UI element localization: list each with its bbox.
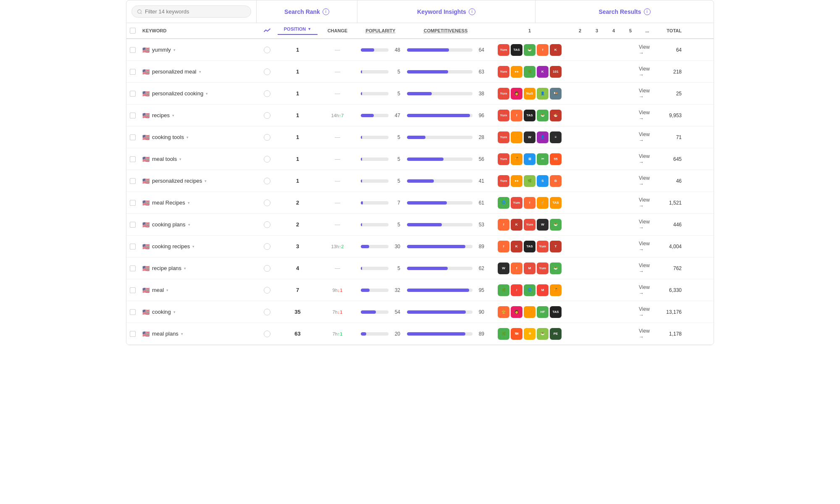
view-link[interactable]: View → <box>639 197 656 209</box>
radio-cell[interactable] <box>257 156 278 163</box>
keyword-cell: 🇺🇸 cooking plans ▾ <box>139 221 257 228</box>
keyword-dropdown[interactable]: ▾ <box>206 92 208 96</box>
row-checkbox[interactable] <box>126 134 139 140</box>
keyword-dropdown[interactable]: ▾ <box>172 113 174 118</box>
radio-cell[interactable] <box>257 68 278 75</box>
position-col-header[interactable]: POSITION ▼ <box>278 26 318 35</box>
total-cell: 71 <box>656 134 685 140</box>
total-cell: 762 <box>656 265 685 271</box>
row-checkbox[interactable] <box>126 178 139 184</box>
row-checkbox[interactable] <box>126 331 139 337</box>
view-link[interactable]: View → <box>639 306 656 318</box>
keyword-name: meal tools <box>152 156 177 162</box>
keyword-dropdown[interactable]: ▾ <box>188 223 190 227</box>
competitiveness-cell: 28 <box>404 134 488 140</box>
radio-cell[interactable] <box>257 331 278 337</box>
select-all-checkbox[interactable] <box>126 28 139 34</box>
total-cell: 25 <box>656 91 685 97</box>
app-icon: Yum <box>498 175 509 187</box>
view-link[interactable]: View → <box>639 175 656 187</box>
filter-input[interactable] <box>145 8 246 15</box>
view-link[interactable]: View → <box>639 66 656 78</box>
position-cell: 35 <box>278 309 318 315</box>
radio-cell[interactable] <box>257 112 278 119</box>
col1-header: 1 <box>488 28 572 33</box>
view-link[interactable]: View → <box>639 284 656 296</box>
keyword-insights-info-icon[interactable]: i <box>469 8 475 15</box>
column-headers: KEYWORD POSITION ▼ CHANGE POPULARITY COM… <box>126 23 714 39</box>
keyword-dropdown[interactable]: ▾ <box>184 266 186 270</box>
view-link[interactable]: View → <box>639 44 656 56</box>
flag-icon: 🇺🇸 <box>142 112 150 119</box>
flag-icon: 🇺🇸 <box>142 178 150 184</box>
popularity-cell: 30 <box>357 244 404 249</box>
flag-icon: 🇺🇸 <box>142 243 150 250</box>
keyword-dropdown[interactable]: ▾ <box>188 201 190 205</box>
row-checkbox[interactable] <box>126 287 139 293</box>
view-link[interactable]: View → <box>639 88 656 100</box>
row-checkbox[interactable] <box>126 200 139 206</box>
search-results-info-icon[interactable]: i <box>644 8 651 15</box>
row-checkbox[interactable] <box>126 265 139 271</box>
view-link[interactable]: View → <box>639 328 656 340</box>
row-checkbox[interactable] <box>126 47 139 53</box>
total-col-header: TOTAL <box>656 28 685 33</box>
search-rank-info-icon[interactable]: i <box>323 8 329 15</box>
row-checkbox[interactable] <box>126 222 139 228</box>
position-cell: 1 <box>278 178 318 184</box>
row-checkbox[interactable] <box>126 91 139 97</box>
app-icon: 👩 <box>511 306 522 318</box>
app-icon: 🥗 <box>550 262 562 274</box>
flag-icon: 🇺🇸 <box>142 156 150 163</box>
flag-icon: 🇺🇸 <box>142 287 150 294</box>
radio-cell[interactable] <box>257 134 278 141</box>
app-icon: / <box>511 284 522 296</box>
keyword-dropdown[interactable]: ▾ <box>199 70 201 74</box>
radio-cell[interactable] <box>257 221 278 228</box>
keyword-dropdown[interactable]: ▾ <box>173 310 176 314</box>
position-cell: 1 <box>278 134 318 140</box>
view-link[interactable]: View → <box>639 110 656 121</box>
radio-cell[interactable] <box>257 47 278 53</box>
view-link[interactable]: View → <box>639 131 656 143</box>
keyword-dropdown[interactable]: ▾ <box>179 157 181 161</box>
radio-cell[interactable] <box>257 178 278 184</box>
row-checkbox[interactable] <box>126 156 139 162</box>
apps-cell: 🌿/🌀M🍊 <box>488 284 572 296</box>
keyword-dropdown[interactable]: ▾ <box>192 244 194 249</box>
position-cell: 1 <box>278 90 318 97</box>
apps-cell: Yum●●🌿SB <box>488 175 572 187</box>
radio-cell[interactable] <box>257 90 278 97</box>
trend-col-header <box>257 27 278 34</box>
radio-cell[interactable] <box>257 243 278 250</box>
keyword-dropdown[interactable]: ▾ <box>173 48 176 52</box>
keyword-dropdown[interactable]: ▾ <box>205 179 207 183</box>
view-link[interactable]: View → <box>639 153 656 165</box>
view-link[interactable]: View → <box>639 262 656 274</box>
keyword-dropdown[interactable]: ▾ <box>181 332 183 336</box>
radio-cell[interactable] <box>257 200 278 206</box>
change-cell: — <box>318 134 357 140</box>
app-icon: M <box>537 284 549 296</box>
keyword-dropdown[interactable]: ▾ <box>186 135 189 139</box>
total-cell: 64 <box>656 47 685 53</box>
keyword-dropdown[interactable]: ▾ <box>166 288 168 292</box>
position-cell: 1 <box>278 47 318 53</box>
table-row: 🇺🇸 meal Recipes ▾ 2 — 7 61 🌀Yumf🍴TAS Vie… <box>126 192 714 214</box>
row-checkbox[interactable] <box>126 69 139 75</box>
competitiveness-cell: 90 <box>404 309 488 315</box>
total-cell: 218 <box>656 69 685 75</box>
table-row: 🇺🇸 meal plans ▾ 63 7h ↑1 20 89 🌿🍽☀🥗PE Vi… <box>126 323 714 345</box>
radio-cell[interactable] <box>257 265 278 272</box>
competitiveness-cell: 61 <box>404 200 488 206</box>
flag-icon: 🇺🇸 <box>142 200 150 206</box>
radio-cell[interactable] <box>257 309 278 315</box>
row-checkbox[interactable] <box>126 309 139 315</box>
view-link[interactable]: View → <box>639 219 656 231</box>
app-icon: 👤 <box>537 131 549 143</box>
row-checkbox[interactable] <box>126 244 139 249</box>
competitiveness-cell: 53 <box>404 222 488 228</box>
radio-cell[interactable] <box>257 287 278 294</box>
row-checkbox[interactable] <box>126 113 139 118</box>
view-link[interactable]: View → <box>639 241 656 252</box>
